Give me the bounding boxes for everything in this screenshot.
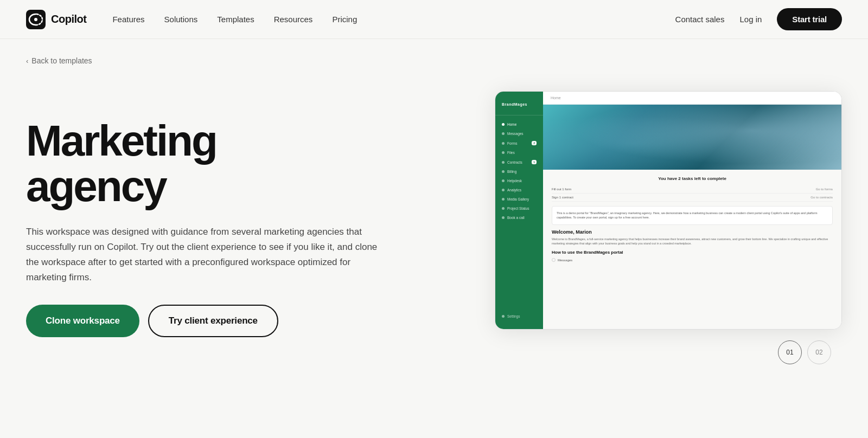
preview-nav-messages: Messages <box>495 129 543 138</box>
left-panel: Marketing agency This workspace was desi… <box>26 118 384 337</box>
pagination: 01 02 <box>778 340 842 364</box>
contact-sales-link[interactable]: Contact sales <box>675 15 725 24</box>
log-in-link[interactable]: Log in <box>739 15 762 24</box>
preview-nav-dot <box>502 179 505 182</box>
preview-how-title: How to use the BrandMages portal <box>552 250 833 255</box>
nav-links: Features Solutions Templates Resources P… <box>112 15 357 24</box>
preview-nav-analytics: Analytics <box>495 185 543 195</box>
back-label: Back to templates <box>31 56 92 65</box>
description: This workspace was designed with guidanc… <box>26 224 384 285</box>
preview-main: Home You have 2 tasks left to complete F… <box>543 92 841 329</box>
chevron-left-icon: ‹ <box>26 57 28 65</box>
preview-settings: Settings <box>495 310 543 323</box>
pagination-dot-1[interactable]: 01 <box>778 340 802 364</box>
navbar: Copilot Features Solutions Templates Res… <box>0 0 868 39</box>
preview-nav-book-call: Book a call <box>495 213 543 222</box>
preview-how-circle <box>552 258 556 262</box>
preview-nav-dot <box>502 216 505 219</box>
preview-nav-home: Home <box>495 120 543 129</box>
preview-nav-contracts: Contracts 1 <box>495 157 543 167</box>
nav-templates[interactable]: Templates <box>217 15 254 24</box>
preview-nav-dot <box>502 207 505 210</box>
preview-tasks-title: You have 2 tasks left to complete <box>552 176 833 181</box>
nav-right: Contact sales Log in Start trial <box>675 8 842 30</box>
preview-logo-text: BrandMages <box>502 102 537 106</box>
preview-logo-area: BrandMages <box>495 98 543 115</box>
preview-nav-helpdesk: Helpdesk <box>495 176 543 185</box>
preview-welcome-title: Welcome, Marion <box>552 229 833 235</box>
preview-sidebar: BrandMages Home Messages Forms 2 F <box>495 92 543 329</box>
breadcrumb: ‹ Back to templates <box>0 39 868 65</box>
nav-resources[interactable]: Resources <box>274 15 313 24</box>
preview-nav-dot <box>502 189 505 191</box>
preview-info-box: This is a demo portal for "BrandMages", … <box>552 206 833 225</box>
preview-hero-image <box>543 105 841 170</box>
pagination-dot-2[interactable]: 02 <box>807 340 831 364</box>
nav-features[interactable]: Features <box>112 15 144 24</box>
preview-task-row-2: Sign 1 contract Go to contracts <box>552 194 833 202</box>
right-panel: BrandMages Home Messages Forms 2 F <box>417 91 842 364</box>
preview-welcome-text: Welcome to BrandMages, a full-service ma… <box>552 237 833 246</box>
preview-content-area: You have 2 tasks left to complete Fill o… <box>543 170 841 329</box>
preview-topbar: Home <box>543 92 841 105</box>
svg-point-1 <box>34 18 37 21</box>
preview-nav-project-status: Project Status <box>495 204 543 213</box>
preview-nav-dot <box>502 132 505 135</box>
nav-solutions[interactable]: Solutions <box>164 15 198 24</box>
nav-left: Copilot Features Solutions Templates Res… <box>26 10 357 29</box>
try-client-experience-button[interactable]: Try client experience <box>148 305 278 337</box>
preview-nav-dot <box>502 142 505 145</box>
preview-nav-media: Media Gallery <box>495 195 543 204</box>
logo[interactable]: Copilot <box>26 10 86 29</box>
preview-nav-dot <box>502 123 505 126</box>
back-to-templates-link[interactable]: ‹ Back to templates <box>26 56 842 65</box>
page-title: Marketing agency <box>26 118 384 209</box>
preview-nav-dot <box>502 161 505 164</box>
forms-badge: 2 <box>532 141 537 145</box>
logo-text: Copilot <box>51 13 86 25</box>
preview-nav-dot <box>502 170 505 173</box>
clone-workspace-button[interactable]: Clone workspace <box>26 305 139 337</box>
preview-nav-forms: Forms 2 <box>495 138 543 148</box>
preview-nav-files: Files <box>495 148 543 157</box>
preview-task-row-1: Fill out 1 form Go to forms <box>552 185 833 194</box>
preview-nav-billing: Billing <box>495 167 543 176</box>
preview-container: BrandMages Home Messages Forms 2 F <box>495 91 842 330</box>
preview-nav-dot <box>502 198 505 201</box>
action-buttons: Clone workspace Try client experience <box>26 305 384 337</box>
nav-pricing[interactable]: Pricing <box>332 15 357 24</box>
preview-settings-dot <box>502 315 505 318</box>
main-content: Marketing agency This workspace was desi… <box>0 65 868 397</box>
preview-nav-dot <box>502 151 505 154</box>
start-trial-button[interactable]: Start trial <box>777 8 842 30</box>
preview-how-item-1: Messages <box>552 257 833 263</box>
contracts-badge: 1 <box>532 160 537 164</box>
preview-connector-line <box>841 210 842 211</box>
logo-icon <box>26 10 46 29</box>
